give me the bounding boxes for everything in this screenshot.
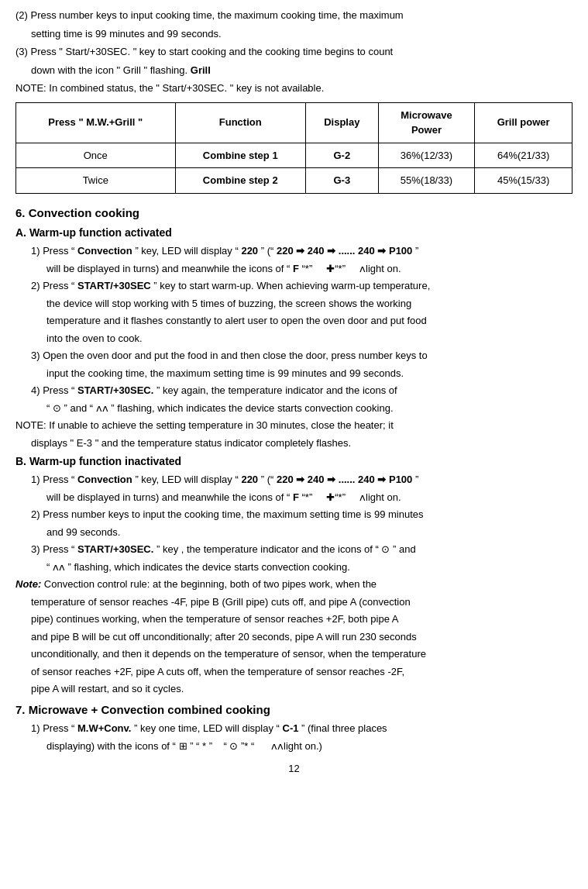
cell-g2: G-2: [305, 143, 378, 168]
intro-note: NOTE: In combined status, the " Start/+3…: [15, 81, 573, 96]
cell-55: 55%(18/33): [378, 168, 475, 194]
subA-item4: 4) Press “ START/+30SEC. ” key again, th…: [31, 383, 573, 398]
subA-item1b: will be displayed in turns) and meanwhil…: [46, 261, 573, 277]
mw-grill-table: Press " M.W.+Grill " Function Display Mi…: [15, 102, 573, 194]
section7-items: 1) Press “ M.W+Conv. ” key one time, LED…: [31, 721, 573, 753]
cell-once: Once: [16, 143, 176, 168]
subB-note4: and pipe B will be cut off unconditional…: [31, 629, 573, 645]
col-header-grill-power: Grill power: [475, 102, 573, 143]
subB-note7: pipe A will restart, and so it cycles.: [31, 681, 573, 697]
intro-line1b: setting time is 99 minutes and 99 second…: [31, 26, 573, 42]
cell-64: 64%(21/33): [475, 143, 573, 168]
section6-title: 6. Convection cooking: [15, 205, 573, 222]
cell-g3: G-3: [305, 168, 378, 194]
subB-note6: of sensor reaches +2F, pipe A cuts off, …: [31, 664, 573, 680]
subB-item3b: “ ʌʌ ” flashing, which indicates the dev…: [46, 560, 573, 575]
subB-item3: 3) Press “ START/+30SEC. ” key , the tem…: [31, 542, 573, 557]
cell-combine2: Combine step 2: [175, 168, 305, 194]
cell-combine1: Combine step 1: [175, 143, 305, 168]
intro-line1: (2) Press number keys to input cooking t…: [15, 8, 573, 23]
cell-twice: Twice: [16, 168, 176, 194]
subA-item2d: into the oven to cook.: [46, 331, 573, 346]
subB-note3: pipe) continues working, when the temper…: [31, 612, 573, 627]
cell-45: 45%(15/33): [475, 168, 573, 194]
subA-item2b: the device will stop working with 5 time…: [46, 296, 573, 312]
subA-item3b: input the cooking time, the maximum sett…: [46, 366, 573, 381]
subA-note: NOTE: If unable to achieve the setting t…: [15, 418, 573, 433]
subA-item2: 2) Press “ START/+30SEC ” key to start w…: [31, 278, 573, 294]
col-header-microwave-power: MicrowavePower: [378, 102, 475, 143]
intro-line2: (3) Press " Start/+30SEC. " key to start…: [15, 44, 573, 60]
subB-note: Note: Convection control rule: at the be…: [15, 577, 573, 592]
subA-item1: 1) Press “ Convection ” key, LED will di…: [31, 243, 573, 259]
subB-item2b: and 99 seconds.: [46, 525, 573, 540]
intro-block: (2) Press number keys to input cooking t…: [15, 8, 573, 96]
subA-item3: 3) Open the oven door and put the food i…: [31, 348, 573, 364]
table-row: Twice Combine step 2 G-3 55%(18/33) 45%(…: [16, 168, 573, 194]
subB-items: 1) Press “ Convection ” key, LED will di…: [31, 472, 573, 574]
subB-item1b: will be displayed in turns) and meanwhil…: [46, 490, 573, 505]
subA-title: A. Warm-up function activated: [15, 225, 573, 241]
section7-title: 7. Microwave + Convection combined cooki…: [15, 701, 573, 719]
subB-item1: 1) Press “ Convection ” key, LED will di…: [31, 472, 573, 488]
subA-item2c: temperature and it flashes constantly to…: [46, 313, 573, 329]
subB-note5: unconditionally, and then it depends on …: [31, 646, 573, 662]
subB-note2: temperature of sensor reaches -4F, pipe …: [31, 594, 573, 610]
intro-line2b: down with the icon " Grill " flashing. G…: [31, 63, 573, 78]
page-number: 12: [15, 761, 573, 777]
subA-note2: displays " E-3 " and the temperature sta…: [31, 436, 573, 451]
section7-item1b: displaying) with the icons of “ ⊞ ” “ * …: [46, 739, 573, 754]
col-header-function: Function: [175, 102, 305, 143]
section6: 6. Convection cooking A. Warm-up functio…: [15, 205, 573, 697]
subA-items: 1) Press “ Convection ” key, LED will di…: [31, 243, 573, 415]
col-header-press: Press " M.W.+Grill ": [16, 102, 176, 143]
table-row: Once Combine step 1 G-2 36%(12/33) 64%(2…: [16, 143, 573, 168]
section7: 7. Microwave + Convection combined cooki…: [15, 701, 573, 754]
subA-item4b: “ ⊙ ” and “ ʌʌ ” flashing, which indicat…: [46, 401, 573, 416]
subB-item2: 2) Press number keys to input the cookin…: [31, 507, 573, 522]
subB-title: B. Warm-up function inactivated: [15, 453, 573, 470]
cell-36: 36%(12/33): [378, 143, 475, 168]
col-header-display: Display: [305, 102, 378, 143]
section7-item1: 1) Press “ M.W+Conv. ” key one time, LED…: [31, 721, 573, 736]
